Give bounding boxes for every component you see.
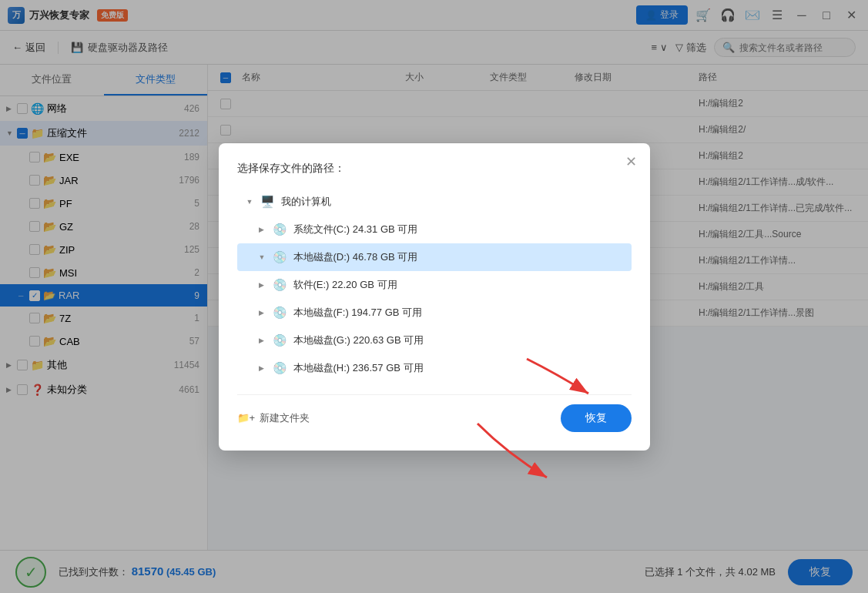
drive-item-g[interactable]: ▶ 💿 本地磁盘(G:) 220.63 GB 可用 [237, 327, 632, 354]
computer-icon: 🖥️ [260, 195, 275, 209]
drive-e-label: 软件(E:) 22.20 GB 可用 [293, 278, 622, 292]
root-label: 我的计算机 [281, 195, 331, 209]
drive-f-label: 本地磁盘(F:) 194.77 GB 可用 [293, 306, 622, 320]
drive-c-label: 系统文件(C:) 24.31 GB 可用 [293, 223, 622, 236]
expand-f-icon: ▶ [259, 309, 266, 317]
hdd-e-icon: 💿 [273, 278, 287, 292]
expand-d-icon: ▼ [259, 253, 266, 261]
drive-d-label: 本地磁盘(D:) 46.78 GB 可用 [293, 250, 622, 264]
drive-g-label: 本地磁盘(G:) 220.63 GB 可用 [293, 333, 622, 347]
tree-root-my-computer[interactable]: ▼ 🖥️ 我的计算机 [237, 188, 632, 216]
new-folder-button[interactable]: 📁+ 新建文件夹 [237, 411, 310, 425]
modal-overlay: ✕ 选择保存文件的路径： ▼ 🖥️ 我的计算机 ▶ 💿 系统文件(C:) 24.… [0, 0, 868, 593]
modal-close-button[interactable]: ✕ [622, 152, 641, 171]
modal-restore-button[interactable]: 恢复 [561, 404, 632, 432]
hdd-d-icon: 💿 [273, 250, 287, 264]
drive-item-c[interactable]: ▶ 💿 系统文件(C:) 24.31 GB 可用 [237, 216, 632, 243]
expand-root-icon: ▼ [246, 198, 254, 206]
hdd-f-icon: 💿 [273, 306, 287, 320]
expand-c-icon: ▶ [259, 226, 266, 233]
expand-e-icon: ▶ [259, 281, 266, 289]
modal-title: 选择保存文件的路径： [237, 162, 632, 176]
save-path-modal: ✕ 选择保存文件的路径： ▼ 🖥️ 我的计算机 ▶ 💿 系统文件(C:) 24.… [219, 143, 650, 451]
drive-tree: ▼ 🖥️ 我的计算机 ▶ 💿 系统文件(C:) 24.31 GB 可用 ▼ 💿 … [237, 188, 632, 382]
hdd-g-icon: 💿 [273, 333, 287, 347]
drive-item-f[interactable]: ▶ 💿 本地磁盘(F:) 194.77 GB 可用 [237, 299, 632, 327]
drive-item-e[interactable]: ▶ 💿 软件(E:) 22.20 GB 可用 [237, 271, 632, 299]
drive-item-d[interactable]: ▼ 💿 本地磁盘(D:) 46.78 GB 可用 [237, 243, 632, 271]
expand-g-icon: ▶ [259, 337, 266, 344]
hdd-c-icon: 💿 [273, 223, 287, 236]
new-folder-icon: 📁+ [237, 412, 256, 424]
expand-h-icon: ▶ [259, 364, 266, 372]
hdd-h-icon: 💿 [273, 361, 287, 375]
drive-item-h[interactable]: ▶ 💿 本地磁盘(H:) 236.57 GB 可用 [237, 354, 632, 382]
drive-h-label: 本地磁盘(H:) 236.57 GB 可用 [293, 361, 622, 375]
modal-footer: 📁+ 新建文件夹 恢复 [237, 394, 632, 432]
